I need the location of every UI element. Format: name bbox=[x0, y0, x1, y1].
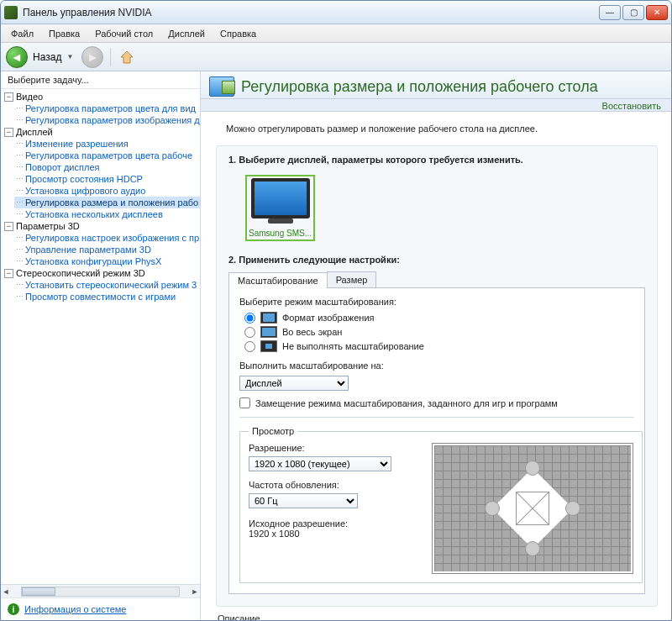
settings-tabbar: Масштабирование Размер bbox=[228, 271, 645, 288]
tab-scaling[interactable]: Масштабирование bbox=[228, 272, 328, 288]
sidebar-hscroll[interactable]: ◄ ► bbox=[1, 584, 200, 597]
tree-item-selected[interactable]: ⋯Регулировка размера и положения рабо bbox=[14, 197, 200, 208]
tree-item[interactable]: ⋯Установить стереоскопический режим 3 bbox=[14, 279, 200, 291]
menu-help[interactable]: Справка bbox=[213, 27, 263, 40]
info-icon: i bbox=[8, 603, 19, 615]
task-sidebar: Выберите задачу... −Видео ⋯Регулировка п… bbox=[1, 71, 201, 620]
radio-noscale-row[interactable]: Не выполнять масштабирование bbox=[244, 340, 634, 352]
tree-item[interactable]: ⋯Просмотр совместимости с играми bbox=[14, 291, 200, 303]
radio-aspect[interactable] bbox=[244, 313, 255, 324]
step2-title: 2. Применить следующие настройки: bbox=[228, 255, 645, 265]
tree-cat-video[interactable]: −Видео bbox=[3, 91, 200, 103]
page-icon bbox=[209, 76, 234, 97]
menu-display[interactable]: Дисплей bbox=[161, 27, 212, 40]
radio-aspect-row[interactable]: Формат изображения bbox=[244, 312, 634, 324]
refresh-select[interactable]: 60 Гц bbox=[249, 493, 358, 508]
tree-item[interactable]: ⋯Регулировка параметров изображения д bbox=[14, 114, 200, 126]
minimize-button[interactable]: — bbox=[599, 5, 621, 20]
native-res-value: 1920 x 1080 bbox=[249, 529, 417, 539]
page-description: Можно отрегулировать размер и положение … bbox=[226, 124, 658, 134]
tree-item[interactable]: ⋯Установка конфигурации PhysX bbox=[14, 255, 200, 267]
tree-item[interactable]: ⋯Управление параметрами 3D bbox=[14, 244, 200, 255]
settings-panel: 1. Выберите дисплей, параметры которого … bbox=[216, 145, 658, 607]
nav-toolbar: ◄ Назад ▼ ► bbox=[1, 43, 671, 71]
monitor-icon bbox=[251, 178, 310, 218]
tree-item[interactable]: ⋯Поворот дисплея bbox=[14, 161, 200, 173]
aspect-icon bbox=[260, 312, 277, 324]
tree-item[interactable]: ⋯Просмотр состояния HDCP bbox=[14, 173, 200, 185]
noscale-icon bbox=[260, 340, 277, 352]
scroll-left-icon[interactable]: ◄ bbox=[1, 587, 11, 596]
radio-fullscreen-row[interactable]: Во весь экран bbox=[244, 326, 634, 338]
refresh-label: Частота обновления: bbox=[249, 480, 417, 490]
override-check-row[interactable]: Замещение режима масштабирования, заданн… bbox=[239, 397, 634, 408]
task-tree[interactable]: −Видео ⋯Регулировка параметров цвета для… bbox=[1, 89, 200, 584]
collapse-icon[interactable]: − bbox=[4, 92, 13, 102]
toolbar-divider bbox=[110, 48, 111, 66]
scroll-right-icon[interactable]: ► bbox=[190, 587, 200, 596]
preview-fieldset: Просмотр Разрешение: 1920 x 1080 (текуще… bbox=[239, 426, 643, 583]
tree-item[interactable]: ⋯Изменение разрешения bbox=[14, 138, 200, 150]
tree-item[interactable]: ⋯Регулировка настроек изображения с пр bbox=[14, 232, 200, 244]
menu-edit[interactable]: Правка bbox=[42, 27, 87, 40]
collapse-icon[interactable]: − bbox=[4, 269, 13, 278]
back-button[interactable]: ◄ bbox=[6, 46, 28, 68]
perform-on-select[interactable]: Дисплей bbox=[239, 376, 349, 391]
native-res-label: Исходное разрешение: bbox=[249, 518, 417, 529]
titlebar: Панель управления NVIDIA — ▢ ✕ bbox=[1, 1, 671, 24]
override-checkbox[interactable] bbox=[239, 397, 250, 408]
sidebar-footer: i Информация о системе bbox=[1, 597, 200, 620]
tree-item[interactable]: ⋯Регулировка параметров цвета для вид bbox=[14, 103, 200, 114]
scaling-mode-label: Выберите режим масштабирования: bbox=[239, 297, 634, 307]
menu-file[interactable]: Файл bbox=[4, 27, 40, 40]
tab-size[interactable]: Размер bbox=[327, 271, 377, 287]
menubar: Файл Правка Рабочий стол Дисплей Справка bbox=[1, 24, 671, 43]
tree-cat-stereo[interactable]: −Стереоскопический режим 3D bbox=[3, 267, 200, 279]
tree-item[interactable]: ⋯Регулировка параметров цвета рабоче bbox=[14, 150, 200, 161]
preview-legend: Просмотр bbox=[249, 426, 297, 436]
description-footer: Описание. bbox=[218, 613, 658, 620]
back-label: Назад bbox=[33, 51, 61, 63]
page-title: Регулировка размера и положения рабочего… bbox=[241, 78, 663, 96]
radio-noscale-label: Не выполнять масштабирование bbox=[282, 341, 424, 351]
content-header: Регулировка размера и положения рабочего… bbox=[201, 71, 671, 99]
tree-cat-display[interactable]: −Дисплей bbox=[3, 126, 200, 138]
override-label: Замещение режима масштабирования, заданн… bbox=[255, 398, 558, 408]
window-title: Панель управления NVIDIA bbox=[23, 7, 599, 18]
menu-desktop[interactable]: Рабочий стол bbox=[88, 27, 160, 40]
radio-fullscreen-label: Во весь экран bbox=[282, 327, 342, 337]
separator bbox=[239, 417, 634, 418]
collapse-icon[interactable]: − bbox=[4, 222, 13, 231]
radio-fullscreen[interactable] bbox=[244, 327, 255, 338]
tab-panel-scaling: Выберите режим масштабирования: Формат и… bbox=[228, 288, 645, 594]
tree-item[interactable]: ⋯Установка нескольких дисплеев bbox=[14, 208, 200, 220]
close-button[interactable]: ✕ bbox=[646, 5, 668, 20]
restore-defaults-link[interactable]: Восстановить bbox=[602, 101, 661, 113]
content-pane: Регулировка размера и положения рабочего… bbox=[201, 71, 671, 620]
tree-cat-3d[interactable]: −Параметры 3D bbox=[3, 220, 200, 232]
preview-pattern bbox=[432, 443, 633, 574]
forward-button[interactable]: ► bbox=[81, 46, 103, 68]
radio-aspect-label: Формат изображения bbox=[282, 313, 375, 323]
scroll-thumb[interactable] bbox=[22, 587, 55, 596]
home-button[interactable] bbox=[118, 48, 136, 66]
resolution-select[interactable]: 1920 x 1080 (текущее) bbox=[249, 456, 391, 471]
display-thumbnail[interactable]: Samsung SMS... bbox=[245, 175, 315, 241]
monitor-label: Samsung SMS... bbox=[249, 229, 312, 238]
collapse-icon[interactable]: − bbox=[4, 128, 13, 137]
step1-title: 1. Выберите дисплей, параметры которого … bbox=[228, 155, 645, 165]
radio-noscale[interactable] bbox=[244, 341, 255, 352]
tree-item[interactable]: ⋯Установка цифрового аудио bbox=[14, 185, 200, 197]
app-icon bbox=[4, 6, 18, 19]
fullscreen-icon bbox=[260, 326, 277, 338]
resolution-label: Разрешение: bbox=[249, 443, 417, 453]
perform-on-label: Выполнить масштабирование на: bbox=[239, 360, 634, 371]
maximize-button[interactable]: ▢ bbox=[622, 5, 644, 20]
system-info-link[interactable]: Информация о системе bbox=[24, 604, 126, 614]
back-history-dropdown[interactable]: ▼ bbox=[66, 53, 73, 61]
home-icon bbox=[119, 50, 134, 65]
sidebar-header: Выберите задачу... bbox=[1, 71, 200, 89]
